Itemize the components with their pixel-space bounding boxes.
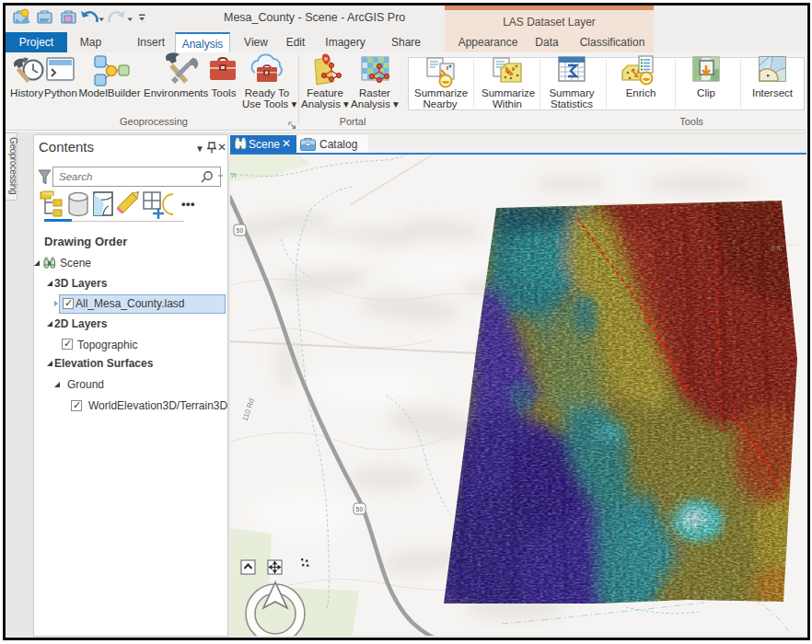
svg-text:ch: ch — [230, 171, 237, 179]
svg-text:50: 50 — [237, 227, 244, 234]
svg-text:5 ft: 5 ft — [771, 245, 781, 251]
svg-text:50: 50 — [356, 506, 364, 512]
